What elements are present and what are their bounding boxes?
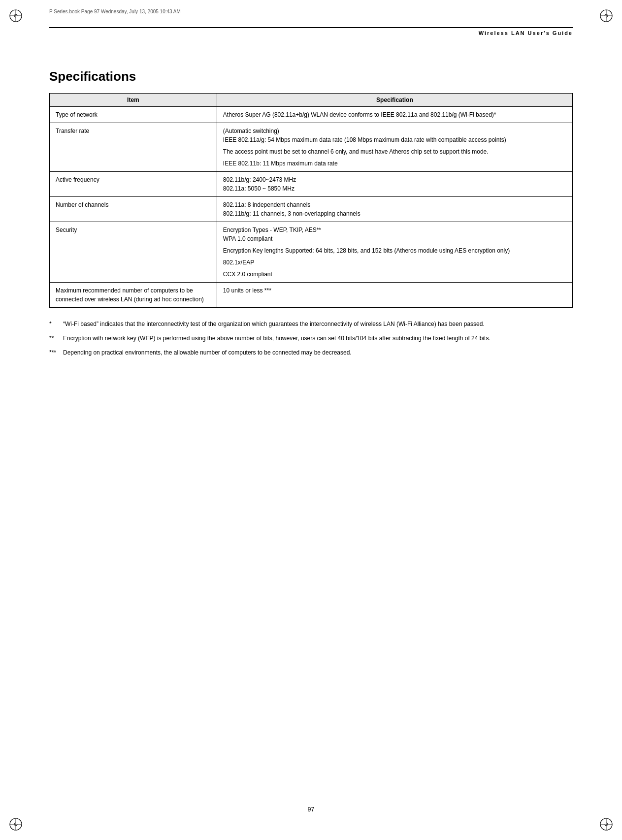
column-header-item: Item bbox=[50, 94, 217, 107]
spec-paragraph-5-0: 10 units or less *** bbox=[223, 286, 566, 295]
spec-paragraph-0-0: Atheros Super AG (802.11a+b/g) WLAN devi… bbox=[223, 110, 566, 119]
spec-paragraph-1-2: IEEE 802.11b: 11 Mbps maximum data rate bbox=[223, 159, 566, 168]
table-row: Transfer rate(Automatic switching)IEEE 8… bbox=[50, 123, 573, 172]
table-row: Number of channels802.11a: 8 independent… bbox=[50, 197, 573, 222]
corner-mark-tr bbox=[599, 9, 613, 23]
spec-paragraph-4-0: Encryption Types - WEP, TKIP, AES**WPA 1… bbox=[223, 226, 566, 243]
spec-paragraph-4-2: 802.1x/EAP bbox=[223, 258, 566, 267]
table-cell-spec-4: Encryption Types - WEP, TKIP, AES**WPA 1… bbox=[217, 222, 572, 283]
table-cell-item-0: Type of network bbox=[50, 107, 217, 123]
specifications-table: Item Specification Type of networkAthero… bbox=[49, 93, 573, 308]
table-cell-item-2: Active frequency bbox=[50, 172, 217, 197]
table-cell-spec-2: 802.11b/g: 2400~2473 MHz802.11a: 5050 ~ … bbox=[217, 172, 572, 197]
table-cell-item-4: Security bbox=[50, 222, 217, 283]
page-number: 97 bbox=[0, 806, 622, 813]
header-bar: Wireless LAN User's Guide bbox=[49, 27, 573, 36]
spec-paragraph-1-1: The access point must be set to channel … bbox=[223, 147, 566, 156]
print-mark: P Series.book Page 97 Wednesday, July 13… bbox=[49, 9, 181, 14]
table-row: Maximum recommended number of computers … bbox=[50, 283, 573, 308]
footnote-1: **Encryption with network key (WEP) is p… bbox=[49, 334, 573, 343]
page: P Series.book Page 97 Wednesday, July 13… bbox=[0, 0, 622, 840]
page-title: Specifications bbox=[49, 69, 573, 84]
footnote-text-2: Depending on practical environments, the… bbox=[63, 348, 573, 357]
footnote-text-0: “Wi-Fi based” indicates that the interco… bbox=[63, 320, 573, 329]
spec-paragraph-1-0: (Automatic switching)IEEE 802.11a/g: 54 … bbox=[223, 127, 566, 144]
spec-paragraph-3-0: 802.11a: 8 independent channels802.11b/g… bbox=[223, 200, 566, 218]
spec-paragraph-4-1: Encryption Key lengths Supported: 64 bit… bbox=[223, 246, 566, 255]
table-cell-spec-0: Atheros Super AG (802.11a+b/g) WLAN devi… bbox=[217, 107, 572, 123]
footnote-marker-1: ** bbox=[49, 334, 63, 343]
corner-mark-br bbox=[599, 817, 613, 831]
corner-mark-bl bbox=[9, 817, 23, 831]
column-header-specification: Specification bbox=[217, 94, 572, 107]
corner-mark-tl bbox=[9, 9, 23, 23]
table-row: SecurityEncryption Types - WEP, TKIP, AE… bbox=[50, 222, 573, 283]
spec-paragraph-4-3: CCX 2.0 compliant bbox=[223, 270, 566, 279]
footnotes: *“Wi-Fi based” indicates that the interc… bbox=[49, 320, 573, 358]
spec-paragraph-2-0: 802.11b/g: 2400~2473 MHz802.11a: 5050 ~ … bbox=[223, 175, 566, 193]
footnote-text-1: Encryption with network key (WEP) is per… bbox=[63, 334, 573, 343]
footnote-marker-2: *** bbox=[49, 348, 63, 357]
table-cell-spec-1: (Automatic switching)IEEE 802.11a/g: 54 … bbox=[217, 123, 572, 172]
table-row: Type of networkAtheros Super AG (802.11a… bbox=[50, 107, 573, 123]
footnote-2: ***Depending on practical environments, … bbox=[49, 348, 573, 357]
table-cell-item-5: Maximum recommended number of computers … bbox=[50, 283, 217, 308]
header-title: Wireless LAN User's Guide bbox=[479, 30, 573, 36]
table-cell-spec-5: 10 units or less *** bbox=[217, 283, 572, 308]
table-cell-item-3: Number of channels bbox=[50, 197, 217, 222]
table-cell-item-1: Transfer rate bbox=[50, 123, 217, 172]
footnote-marker-0: * bbox=[49, 320, 63, 329]
footnote-0: *“Wi-Fi based” indicates that the interc… bbox=[49, 320, 573, 329]
table-cell-spec-3: 802.11a: 8 independent channels802.11b/g… bbox=[217, 197, 572, 222]
content-area: Specifications Item Specification Type o… bbox=[49, 69, 573, 358]
table-row: Active frequency802.11b/g: 2400~2473 MHz… bbox=[50, 172, 573, 197]
